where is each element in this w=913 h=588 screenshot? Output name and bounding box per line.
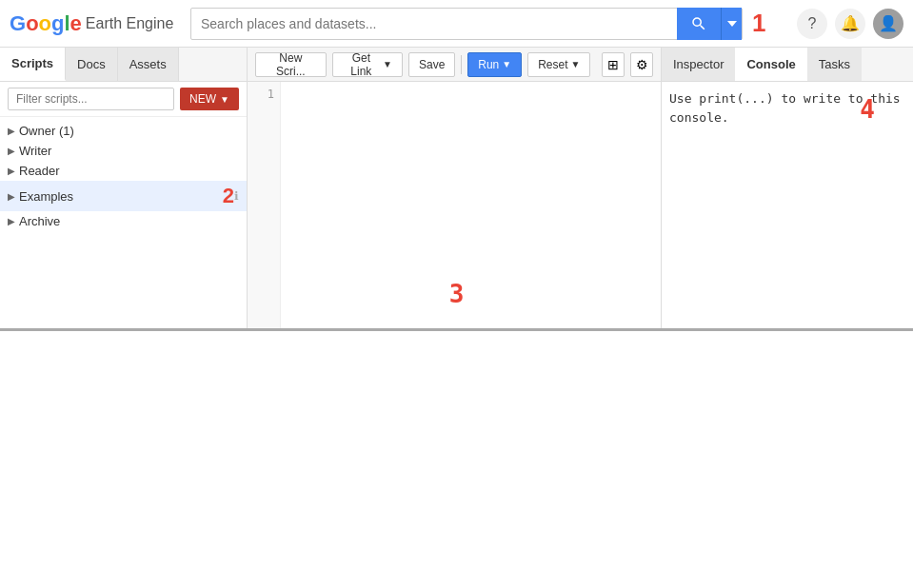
- owner-label: Owner (1): [19, 124, 239, 138]
- run-arrow: ▼: [502, 59, 511, 69]
- reset-button[interactable]: Reset ▼: [527, 52, 590, 77]
- tab-assets[interactable]: Assets: [118, 48, 179, 81]
- console-code: print(...): [699, 91, 773, 106]
- tab-console[interactable]: Console: [735, 48, 806, 81]
- line-numbers: 1: [248, 82, 281, 328]
- new-btn-arrow: ▼: [220, 94, 229, 105]
- owner-arrow: ▶: [8, 126, 15, 136]
- run-button[interactable]: Run ▼: [467, 52, 522, 77]
- search-bar: [190, 8, 743, 40]
- archive-arrow: ▶: [8, 216, 15, 226]
- examples-arrow: ▶: [8, 191, 15, 202]
- grid-view-button[interactable]: ⊞: [602, 52, 625, 77]
- examples-label: Examples: [19, 189, 219, 204]
- left-panel: Scripts Docs Assets NEW ▼ ▶ Owner (1) ▶ …: [0, 48, 248, 328]
- search-icon: [690, 15, 707, 32]
- examples-info-icon[interactable]: ℹ: [234, 189, 239, 203]
- new-script-toolbar-button[interactable]: New Scri...: [255, 52, 327, 77]
- tree-item-archive[interactable]: ▶ Archive: [0, 211, 247, 231]
- logo: Google Earth Engine: [10, 11, 181, 36]
- logo-earth-engine: Earth Engine: [86, 15, 174, 32]
- annotation-1: 1: [752, 9, 765, 38]
- tree-item-owner[interactable]: ▶ Owner (1): [0, 121, 247, 141]
- tab-tasks[interactable]: Tasks: [807, 48, 862, 81]
- annotation-2: 2: [223, 184, 234, 208]
- left-tabs: Scripts Docs Assets: [0, 48, 247, 82]
- filter-row: NEW ▼: [0, 82, 247, 117]
- new-script-button[interactable]: NEW ▼: [180, 88, 239, 110]
- writer-label: Writer: [19, 144, 239, 158]
- line-number-1: 1: [248, 86, 274, 103]
- reader-label: Reader: [19, 164, 239, 178]
- toolbar-separator-1: [461, 55, 462, 74]
- code-area[interactable]: 3: [281, 82, 661, 328]
- right-tabs: Inspector Console Tasks: [662, 48, 913, 82]
- tab-scripts[interactable]: Scripts: [0, 48, 66, 81]
- header-icons: ? 🔔 👤: [797, 9, 903, 39]
- save-button[interactable]: Save: [408, 52, 455, 77]
- avatar-button[interactable]: 👤: [873, 9, 903, 39]
- center-panel: New Scri... Get Link ▼ Save Run ▼ Reset …: [248, 48, 661, 328]
- help-button[interactable]: ?: [797, 9, 827, 39]
- tab-inspector[interactable]: Inspector: [662, 48, 735, 81]
- get-link-arrow: ▼: [383, 59, 392, 69]
- get-link-button[interactable]: Get Link ▼: [332, 52, 403, 77]
- filter-scripts-input[interactable]: [8, 88, 174, 110]
- notifications-button[interactable]: 🔔: [835, 9, 865, 39]
- reader-arrow: ▶: [8, 166, 15, 176]
- script-tree: ▶ Owner (1) ▶ Writer ▶ Reader ▶ Examples…: [0, 117, 247, 328]
- right-panel: Inspector Console Tasks Use print(...) t…: [661, 48, 913, 328]
- center-toolbar: New Scri... Get Link ▼ Save Run ▼ Reset …: [248, 48, 661, 82]
- reset-arrow: ▼: [571, 59, 581, 69]
- logo-google: Google: [10, 11, 82, 36]
- search-input[interactable]: [191, 16, 677, 31]
- annotation-3: 3: [449, 285, 465, 303]
- search-dropdown-button[interactable]: [721, 8, 742, 40]
- search-button[interactable]: [677, 8, 721, 40]
- header: Google Earth Engine 1 ? 🔔 👤: [0, 0, 913, 48]
- main-panels: Scripts Docs Assets NEW ▼ ▶ Owner (1) ▶ …: [0, 48, 913, 331]
- chevron-down-icon: [727, 19, 737, 29]
- console-content: Use print(...) to write to this console.…: [662, 82, 913, 328]
- tree-item-writer[interactable]: ▶ Writer: [0, 141, 247, 161]
- console-message: Use print(...) to write to this console.: [669, 89, 905, 127]
- settings-button[interactable]: ⚙: [630, 52, 653, 77]
- archive-label: Archive: [19, 214, 239, 228]
- tree-item-reader[interactable]: ▶ Reader: [0, 161, 247, 181]
- tab-docs[interactable]: Docs: [66, 48, 118, 81]
- code-editor: 1 3: [248, 82, 661, 328]
- writer-arrow: ▶: [8, 146, 15, 156]
- tree-item-examples[interactable]: ▶ Examples 2 ℹ: [0, 181, 247, 211]
